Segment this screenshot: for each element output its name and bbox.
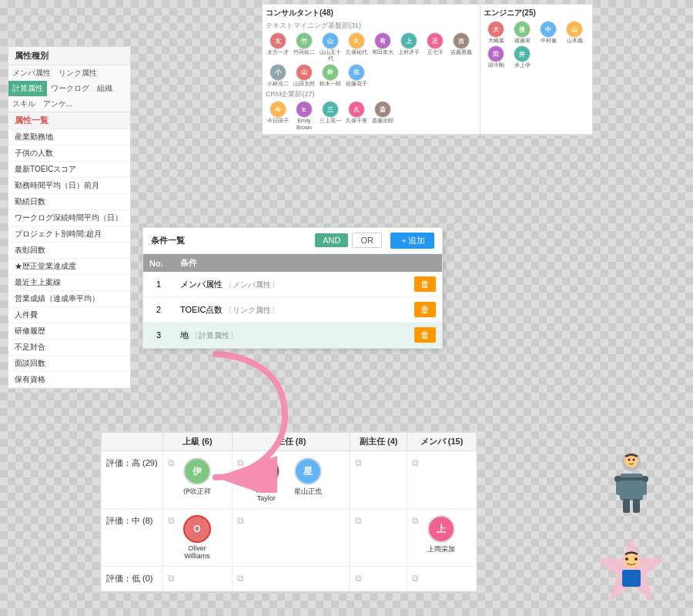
attr-list-item[interactable]: プロジェクト別時間:超月 (8, 226, 130, 243)
col-eval (102, 433, 163, 451)
attr-list-item[interactable]: 勤続日数 (8, 194, 130, 210)
bottom-tbody: 評価：高 (29)⧉伊伊吹正祥⧉RRobert Taylor星星山正也⧉⧉評価：… (102, 451, 477, 591)
col-senior: 上級 (6) (163, 433, 233, 451)
copy-icon[interactable]: ⧉ (168, 573, 175, 584)
attr-list-item[interactable]: 営業成績（達成率平均） (8, 291, 130, 307)
eval-deputy-cell: ⧉ (350, 567, 407, 591)
delete-button[interactable]: 🗑 (414, 327, 436, 343)
delete-button[interactable]: 🗑 (414, 302, 436, 317)
condition-buttons: AND OR ＋追加 (315, 233, 434, 249)
copy-icon[interactable]: ⧉ (412, 515, 419, 526)
attr-list-item[interactable]: 勤務時間平均（日）前月 (8, 178, 130, 194)
eval-deputy-cell: ⧉ (350, 451, 407, 509)
condition-delete-cell: 🗑 (408, 272, 442, 297)
copy-icon[interactable]: ⧉ (237, 457, 244, 468)
condition-title: 条件一覧 (151, 235, 185, 246)
copy-icon[interactable]: ⧉ (355, 515, 362, 526)
svg-rect-7 (618, 477, 645, 480)
attr-list-item[interactable]: 研修履歴 (8, 323, 130, 340)
avatar-item: 小小林浩二 (266, 64, 290, 87)
starburst-icon (593, 531, 670, 608)
engineer-grid: 大大崎葉後後藤実中中村修山山本義田田中剛井井上学 (484, 21, 589, 69)
consultant-grid1: 太太古一才竹竹同祐二山山山五十代久久保祐代有有田幸大上上村才子正正七子吉吉義憲義… (266, 32, 477, 87)
attr-list-item[interactable]: 子供の人数 (8, 146, 130, 162)
tab-link-attr[interactable]: リンク属性 (55, 65, 101, 81)
condition-text: 地 〔計算属性〕 (174, 323, 408, 348)
btn-or[interactable]: OR (352, 233, 382, 248)
avatar-item: 山山山五十代 (318, 32, 343, 62)
svg-rect-8 (623, 499, 630, 513)
consultant-title: コンサルタント(48) (266, 8, 477, 18)
person-name: 伊吹正祥 (183, 487, 211, 497)
copy-icon[interactable]: ⧉ (168, 457, 175, 468)
eval-member-cell: ⧉ (407, 567, 477, 591)
attr-list: 産業勤務地子供の人数最新TOEICスコア勤務時間平均（日）前月勤続日数ワークログ… (8, 129, 130, 388)
eval-member-cell: ⧉ (407, 451, 477, 509)
engineer-title: エンジニア(25) (484, 8, 589, 18)
attr-list-item[interactable]: ★歴正堂業達成度 (8, 259, 130, 275)
avatar-item: 井井上学 (510, 45, 534, 69)
condition-delete-cell: 🗑 (408, 297, 442, 323)
tabs-row: メンバ属性 リンク属性 計算属性 ワークログ 組織 スキル アンケ... (8, 65, 130, 112)
copy-icon[interactable]: ⧉ (237, 515, 244, 526)
avatar-item: 佐佐藤花子 (344, 64, 369, 87)
attr-section-title: 属性一覧 (8, 112, 130, 129)
attr-list-item[interactable]: 人件費 (8, 307, 130, 323)
avatar-item: 鈴鈴木一郎 (318, 64, 343, 87)
condition-no: 3 (143, 323, 174, 348)
avatar-item: 正正七子 (423, 32, 447, 62)
eval-member-cell: ⧉上上岡栄加 (407, 509, 477, 567)
bottom-table: 上級 (6) 主任 (8) 副主任 (4) メンバ (15) 評価：高 (29)… (101, 432, 477, 591)
copy-icon[interactable]: ⧉ (237, 573, 244, 584)
attr-list-item[interactable]: 最近主上案線 (8, 275, 130, 291)
person-item: 上上岡栄加 (422, 515, 460, 554)
eval-chief-cell: ⧉RRobert Taylor星星山正也 (232, 451, 350, 509)
bottom-panel: 上級 (6) 主任 (8) 副主任 (4) メンバ (15) 評価：高 (29)… (100, 431, 477, 592)
avatar-item: 竹竹同祐二 (292, 32, 316, 62)
attr-list-item[interactable]: 表彰回数 (8, 243, 130, 259)
attr-list-item[interactable]: 産業勤務地 (8, 129, 130, 146)
starburst-character (593, 531, 670, 608)
person-item: OOliver Williams (178, 515, 216, 560)
tab-org[interactable]: 組織 (93, 81, 116, 96)
condition-panel: 条件一覧 AND OR ＋追加 No. 条件 1 メンバ属性 〔メンバ属性〕 🗑… (142, 227, 443, 349)
condition-row: 2 TOEIC点数 〔リンク属性〕 🗑 (143, 297, 442, 323)
col-condition: 条件 (174, 254, 408, 272)
copy-icon[interactable]: ⧉ (412, 457, 419, 468)
avatar-item: 大大崎葉 (484, 21, 508, 44)
avatar-item: 後後藤実 (510, 21, 534, 44)
tab-calc-attr[interactable]: 計算属性 (8, 81, 47, 96)
attr-list-item[interactable]: 最新TOEICスコア (8, 162, 130, 178)
tab-skill[interactable]: スキル (8, 96, 39, 112)
copy-icon[interactable]: ⧉ (168, 515, 175, 526)
eval-label: 評価：高 (29) (102, 451, 163, 509)
copy-icon[interactable]: ⧉ (355, 573, 362, 584)
person-name: Robert Taylor (247, 487, 286, 502)
attr-list-item[interactable]: ワークログ深続時間平均（日） (8, 210, 130, 226)
sidebar-header: 属性種別 (8, 47, 130, 65)
avatar-item: 吉吉義憲義 (449, 32, 474, 62)
tab-worklog[interactable]: ワークログ (47, 81, 93, 96)
eval-row: 評価：低 (0)⧉⧉⧉⧉ (102, 567, 477, 591)
person-name: 星山正也 (294, 487, 322, 497)
tab-survey[interactable]: アンケ... (39, 96, 76, 112)
eval-row: 評価：中 (8)⧉OOliver Williams⧉⧉⧉上上岡栄加 (102, 509, 477, 567)
copy-icon[interactable]: ⧉ (355, 457, 362, 468)
avatar-item: 上上村才子 (397, 32, 421, 62)
btn-add[interactable]: ＋追加 (390, 233, 434, 249)
person-name: Oliver Williams (178, 544, 216, 560)
consultant-panel: コンサルタント(48) テキストマイニング基盤部(31) 太太古一才竹竹同祐二山… (262, 4, 593, 136)
attr-list-item[interactable]: 保有資格 (8, 372, 130, 388)
attr-list-item[interactable]: 面談回数 (8, 356, 130, 372)
copy-icon[interactable]: ⧉ (412, 573, 419, 584)
tab-member-attr[interactable]: メンバ属性 (8, 65, 55, 81)
avatar-item: 三三上晃一 (318, 101, 343, 131)
attr-list-item[interactable]: 不足対合 (8, 340, 130, 356)
delete-button[interactable]: 🗑 (414, 276, 436, 292)
condition-table: No. 条件 1 メンバ属性 〔メンバ属性〕 🗑 2 TOEIC点数 〔リンク属… (143, 254, 442, 348)
btn-and[interactable]: AND (315, 233, 348, 247)
sidebar-panel: 属性種別 メンバ属性 リンク属性 計算属性 ワークログ 組織 スキル アンケ..… (8, 46, 131, 389)
col-no: No. (143, 254, 174, 272)
person-name: 上岡栄加 (427, 544, 455, 554)
person-item: RRobert Taylor (247, 457, 286, 502)
